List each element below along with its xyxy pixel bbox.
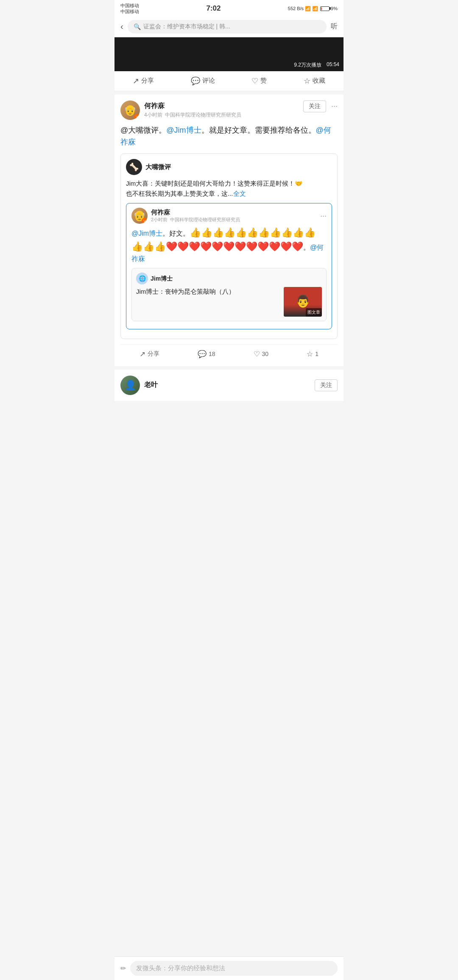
- carrier-info: 中国移动 中国移动: [120, 3, 139, 15]
- post-collect-button[interactable]: ☆ 1: [307, 350, 318, 359]
- avatar: 👴 V: [120, 100, 140, 120]
- follow-button[interactable]: 关注: [303, 100, 326, 112]
- share-button[interactable]: ↗ 分享: [133, 76, 154, 86]
- quoted-author: 🦴 大嘴微评: [126, 159, 332, 175]
- more-button[interactable]: ···: [331, 102, 338, 111]
- post-like-icon: ♡: [254, 350, 260, 359]
- video-duration: 05:54: [327, 61, 339, 69]
- nested-verified-badge: V: [142, 218, 148, 224]
- nested-author-info: 何祚庥 2小时前 中国科学院理论物理研究所研究员: [151, 209, 240, 223]
- post-comment-button[interactable]: 💬 18: [198, 350, 215, 359]
- like-label: 赞: [260, 77, 267, 85]
- status-bar: 中国移动 中国移动 7:02 552 B/s 📶 📶 9%: [114, 0, 344, 17]
- post-share-icon: ↗: [140, 350, 145, 359]
- quoted-inner: 🦴 大嘴微评 Jim大喜：关键时刻还是咱何大哥给力！这赞来得正是时候！🤝 也不枉…: [121, 154, 337, 339]
- search-placeholder: 证监会：维护资本市场稳定 | 韩...: [143, 23, 230, 31]
- post-header-left: 👴 V 何祚庥 4小时前 中国科学院理论物理研究所研究员: [120, 100, 241, 120]
- share-label: 分享: [141, 77, 154, 85]
- verified-badge: V: [134, 114, 140, 120]
- author-info: 何祚庥 4小时前 中国科学院理论物理研究所研究员: [144, 102, 241, 119]
- search-bar: ‹ 🔍 证监会：维护资本市场稳定 | 韩... 听: [114, 17, 344, 37]
- post-card-1: 👴 V 何祚庥 4小时前 中国科学院理论物理研究所研究员 关注 ··· @大嘴微…: [114, 95, 344, 366]
- quoted-author-name: 大嘴微评: [145, 163, 171, 171]
- next-post-preview: 👤 老叶 关注: [114, 370, 344, 401]
- deep-nested-icon: 🌐: [136, 273, 148, 284]
- wifi-icon: 📶: [305, 6, 311, 11]
- deep-nested-author: 🌐 Jim博士: [136, 273, 322, 284]
- nested-meta: 2小时前 中国科学院理论物理研究所研究员: [151, 217, 240, 223]
- collect-button[interactable]: ☆ 收藏: [304, 76, 325, 86]
- battery-icon: [320, 6, 330, 11]
- listen-button[interactable]: 听: [331, 22, 338, 31]
- post-collect-count: 1: [315, 351, 318, 357]
- nested-header-left: 👴 V 何祚庥 2小时前 中国科学院理论物理研究所研究员: [131, 208, 240, 224]
- search-input-area[interactable]: 🔍 证监会：维护资本市场稳定 | 韩...: [128, 20, 327, 33]
- author-name: 何祚庥: [144, 102, 241, 111]
- deep-nested-text: Jim博士：丧钟为昆仑策敲响（八）: [136, 287, 279, 297]
- next-author-name: 老叶: [144, 381, 158, 388]
- video-thumbnail: 9.2万次播放 05:54: [114, 37, 344, 71]
- post-footer: ↗ 分享 💬 18 ♡ 30 ☆ 1: [120, 344, 338, 360]
- post-comment-count: 18: [209, 351, 215, 357]
- post-share-button[interactable]: ↗ 分享: [140, 350, 159, 359]
- deep-nested-box: 🌐 Jim博士 Jim博士：丧钟为昆仑策敲响（八） 👨 图文章: [131, 268, 327, 321]
- collect-label: 收藏: [313, 77, 325, 85]
- nested-more-button[interactable]: ···: [320, 212, 327, 220]
- deep-nested-author-name: Jim博士: [151, 274, 173, 283]
- deep-nested-body: Jim博士：丧钟为昆仑策敲响（八） 👨 图文章: [136, 287, 322, 317]
- like-icon: ♡: [251, 76, 258, 86]
- quoted-avatar: 🦴: [126, 159, 142, 175]
- like-button[interactable]: ♡ 赞: [251, 76, 267, 86]
- post-share-label: 分享: [148, 350, 159, 358]
- search-icon: 🔍: [134, 23, 141, 30]
- mention-jim[interactable]: @Jim博士: [166, 126, 201, 134]
- comment-label: 评论: [202, 77, 215, 85]
- nested-content: @Jim博士。好文。👍👍👍👍👍👍👍👍👍👍👍👍👍👍❤️❤️❤️❤️❤️❤️❤️❤️…: [126, 226, 332, 329]
- collect-icon: ☆: [304, 76, 310, 86]
- deep-nested-thumbnail: 👨 图文章: [284, 287, 322, 317]
- post-comment-icon: 💬: [198, 350, 207, 359]
- next-follow-button[interactable]: 关注: [315, 379, 338, 391]
- action-bar: ↗ 分享 💬 评论 ♡ 赞 ☆ 收藏: [114, 71, 344, 91]
- post-like-count: 30: [262, 351, 269, 357]
- next-author-info: 老叶: [144, 381, 310, 390]
- share-icon: ↗: [133, 76, 139, 86]
- nested-header: 👴 V 何祚庥 2小时前 中国科学院理论物理研究所研究员 ···: [126, 203, 332, 226]
- nested-avatar: 👴 V: [131, 208, 148, 224]
- nested-author-name: 何祚庥: [151, 209, 240, 217]
- article-badge: 图文章: [306, 308, 322, 317]
- nested-quoted-box: 👴 V 何祚庥 2小时前 中国科学院理论物理研究所研究员 ···: [126, 203, 332, 329]
- status-right: 552 B/s 📶 📶 9%: [288, 6, 338, 11]
- nested-mention-jim[interactable]: @Jim博士: [131, 230, 162, 237]
- post-header: 👴 V 何祚庥 4小时前 中国科学院理论物理研究所研究员 关注 ···: [120, 100, 338, 120]
- status-time: 7:02: [206, 4, 221, 13]
- read-more-link[interactable]: 全文: [233, 190, 246, 197]
- quoted-text: Jim大喜：关键时刻还是咱何大哥给力！这赞来得正是时候！🤝 也不枉我长期为其奉上…: [126, 178, 332, 199]
- post-like-button[interactable]: ♡ 30: [254, 350, 269, 359]
- comment-button[interactable]: 💬 评论: [191, 76, 215, 86]
- next-avatar: 👤: [120, 376, 140, 395]
- back-button[interactable]: ‹: [120, 22, 123, 31]
- post-collect-icon: ☆: [307, 350, 313, 359]
- author-meta: 4小时前 中国科学院理论物理研究所研究员: [144, 111, 241, 119]
- post-content: @大嘴微评。@Jim博士。就是好文章。需要推荐给各位。@何祚庥: [120, 124, 338, 149]
- signal-icon: 📶: [312, 6, 318, 11]
- play-count: 9.2万次播放: [294, 61, 321, 69]
- quoted-box: 🦴 大嘴微评 Jim大喜：关键时刻还是咱何大哥给力！这赞来得正是时候！🤝 也不枉…: [120, 153, 338, 339]
- video-meta: 9.2万次播放 05:54: [294, 61, 339, 69]
- comment-icon: 💬: [191, 76, 200, 86]
